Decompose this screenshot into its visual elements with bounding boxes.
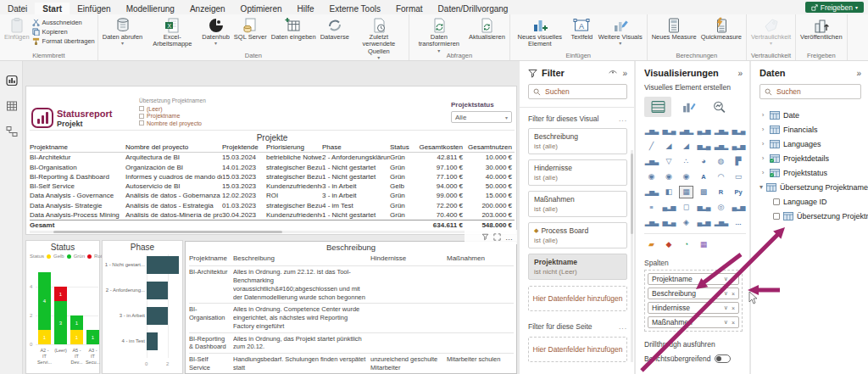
python-visual-icon[interactable]: Py bbox=[732, 186, 746, 198]
filter-card-projektname[interactable]: Projektnameist nicht (Leer) bbox=[528, 254, 627, 280]
collapse-pane-icon[interactable]: » bbox=[622, 69, 627, 78]
decomposition-tree-icon[interactable]: ≡ bbox=[644, 201, 659, 214]
table-item-projektdetails[interactable]: ›Projektdetails bbox=[760, 151, 861, 165]
smart-narrative-icon[interactable]: ▅▂▄ bbox=[697, 201, 711, 214]
field-item-übersetzung-projektnamen[interactable]: Übersetzung Projektnamen bbox=[760, 209, 861, 223]
chevron-right-icon[interactable]: › bbox=[760, 126, 766, 133]
collapse-pane-icon[interactable]: » bbox=[856, 69, 861, 78]
table-row[interactable]: Data Analysis-Process MiningAnálisis de … bbox=[30, 210, 515, 220]
focus-mode-icon[interactable] bbox=[493, 233, 501, 241]
tab-externe-tools[interactable]: Externe Tools bbox=[322, 3, 388, 14]
quickmeasure-button[interactable]: Quickmeasure bbox=[699, 16, 743, 51]
sql-server-button[interactable]: SQL Server bbox=[232, 16, 269, 51]
custom-visual-2-icon[interactable]: ◆ bbox=[662, 238, 676, 251]
area-chart-icon[interactable]: ◢ bbox=[662, 140, 676, 153]
tab-datei[interactable]: Datei bbox=[0, 3, 35, 14]
tab-build-visual[interactable] bbox=[644, 97, 671, 117]
field-pill-beschreibung[interactable]: Beschreibung∨× bbox=[648, 287, 739, 299]
column-header-gesamtkosten[interactable]: Gesamtkosten bbox=[414, 142, 465, 152]
paginated-report-icon[interactable]: ▄▂▅ bbox=[732, 201, 746, 214]
phase-bar[interactable] bbox=[147, 256, 179, 274]
stacked-bar-chart-icon[interactable]: ▂▅▃ bbox=[644, 125, 659, 137]
chevron-right-icon[interactable]: › bbox=[760, 169, 766, 176]
field-pill-hindernisse[interactable]: Hindernisse∨× bbox=[648, 302, 739, 314]
pie-chart-icon[interactable]: ◕ bbox=[697, 155, 711, 168]
filter-card-beschreibung[interactable]: Beschreibungist (alle) bbox=[528, 128, 627, 154]
key-influencers-icon[interactable]: ▄▂▅ bbox=[662, 201, 676, 214]
table-row[interactable]: BI-OrganisationOrganización de BI14.01.2… bbox=[30, 163, 515, 172]
field-pill-maßnahmen[interactable]: Maßnahmen∨× bbox=[648, 316, 739, 328]
daten-abrufen-button[interactable]: Daten abrufen▾ bbox=[101, 16, 145, 51]
chevron-down-icon[interactable]: ∨ bbox=[724, 276, 728, 282]
chevron-down-icon[interactable]: ∨ bbox=[724, 290, 728, 297]
filter-icon[interactable] bbox=[481, 233, 489, 241]
filled-map-icon[interactable]: ◉ bbox=[662, 170, 676, 183]
bar-segment-rot[interactable]: 1 bbox=[54, 287, 67, 301]
add-data-fields-page[interactable]: Hier Datenfelder hinzufügen bbox=[528, 337, 627, 362]
remove-field-icon[interactable]: × bbox=[732, 320, 735, 326]
azure-map-icon[interactable]: A bbox=[697, 170, 711, 183]
tab-anzeigen[interactable]: Anzeigen bbox=[182, 3, 233, 14]
daten-transformieren-button[interactable]: Daten transformieren▾ bbox=[412, 16, 466, 51]
field-pill-projektname[interactable]: Projektname∨× bbox=[648, 273, 739, 285]
chevron-right-icon[interactable]: › bbox=[760, 111, 766, 119]
qa-visual-icon[interactable]: ◻ bbox=[679, 201, 693, 214]
goals-icon[interactable]: ◎ bbox=[714, 201, 728, 214]
tab-format[interactable]: Format bbox=[388, 3, 431, 14]
dataverse-button[interactable]: Dataverse bbox=[319, 16, 351, 51]
weitere-visuals-button[interactable]: Weitere Visuals▾ bbox=[597, 16, 644, 51]
table-row[interactable]: Data Analysis- StrategieAnálisis de dato… bbox=[30, 201, 515, 210]
waterfall-chart-icon[interactable]: ▂▅▃ bbox=[644, 155, 659, 168]
treemap-icon[interactable]: ▛ bbox=[732, 155, 746, 168]
checkbox-icon[interactable] bbox=[773, 198, 780, 205]
einfügen-button[interactable]: Einfügen bbox=[3, 16, 31, 51]
kpi-icon[interactable]: ◧ bbox=[662, 186, 676, 198]
chevron-right-icon[interactable]: › bbox=[760, 154, 766, 162]
bar-segment-gelb[interactable]: 1 bbox=[38, 330, 51, 344]
kopieren-button[interactable]: Kopieren bbox=[32, 28, 95, 36]
status-chart[interactable]: Status StatusGelbGrünRot 02414A2 -ITServ… bbox=[25, 240, 100, 374]
map-icon[interactable]: ◉ bbox=[644, 170, 659, 183]
bar-segment-grün[interactable]: 1 bbox=[70, 315, 83, 330]
card-icon[interactable]: ▭ bbox=[732, 170, 746, 183]
column-header-nombre-del-proyecto[interactable]: Nombre del proyecto bbox=[125, 142, 222, 152]
gauge-icon[interactable]: ◠ bbox=[714, 170, 728, 183]
shape-map-icon[interactable]: ◉ bbox=[679, 170, 693, 183]
more-options-icon[interactable]: … bbox=[505, 235, 514, 240]
tab-einfügen[interactable]: Einfügen bbox=[70, 3, 118, 14]
share-button[interactable]: Freigeben ▾ bbox=[805, 2, 864, 13]
line-and-clustered-column-chart-icon[interactable]: ▃▅▂ bbox=[714, 140, 728, 153]
datenhub-button[interactable]: Datenhub▾ bbox=[200, 16, 231, 51]
table-row[interactable]: BI-Self ServiceAutoservicio de BI15.03.2… bbox=[30, 181, 515, 191]
scatter-chart-icon[interactable]: ∴ bbox=[679, 155, 693, 168]
eye-icon[interactable] bbox=[608, 70, 618, 76]
bar-segment-grün[interactable]: 3 bbox=[54, 301, 67, 344]
beschreibung-table[interactable]: Beschreibung ProjektnameBeschreibungHind… bbox=[185, 241, 517, 374]
report-view-button[interactable] bbox=[6, 75, 18, 87]
filter-card-maßnahmen[interactable]: Maßnahmenist (alle) bbox=[528, 191, 627, 217]
tab-modellierung[interactable]: Modellierung bbox=[119, 3, 182, 14]
r-script-visual-icon[interactable]: R bbox=[714, 186, 728, 198]
clustered-column-chart-icon[interactable]: ▄▂▅ bbox=[697, 125, 711, 137]
field-item-language-id[interactable]: Language ID bbox=[760, 194, 861, 209]
slicer-option--leer-[interactable]: (Leer) bbox=[139, 105, 206, 113]
zuletzt-verwendete-quellen-button[interactable]: Zuletzt verwendete Quellen▾ bbox=[352, 16, 406, 51]
matrix-icon[interactable]: ▩ bbox=[697, 186, 711, 198]
column-header-phase[interactable]: Phase bbox=[322, 142, 390, 152]
neues-measure-button[interactable]: Neues Measure bbox=[650, 16, 698, 51]
projektstatus-dropdown[interactable]: Alle ▾ bbox=[451, 111, 512, 123]
bar-segment-grün[interactable]: 4 bbox=[38, 272, 51, 330]
excel-arbeitsmappe-button[interactable]: XExcel-Arbeitsmappe bbox=[145, 16, 199, 51]
slicer-option-projektname[interactable]: Projektname bbox=[139, 113, 206, 120]
bar-segment-gelb[interactable]: 1 bbox=[70, 330, 83, 344]
table-row[interactable]: Data Analysis - GovernanceAnálisis de da… bbox=[30, 191, 515, 200]
custom-visual-1-icon[interactable]: ▰ bbox=[644, 238, 659, 251]
multi-row-card-icon[interactable]: ▂▅▃ bbox=[644, 186, 659, 198]
table-row[interactable]: BI-ArchitekturArquitectura de BI15.03.20… bbox=[30, 153, 515, 162]
chevron-down-icon[interactable]: ▾ bbox=[760, 183, 763, 191]
table-item-financials[interactable]: ›Financials bbox=[760, 122, 861, 137]
more-visuals-icon[interactable]: … bbox=[732, 216, 746, 229]
process-board-icon[interactable]: ◈ bbox=[679, 216, 693, 229]
remove-field-icon[interactable]: × bbox=[732, 291, 735, 297]
chevron-down-icon[interactable]: ∨ bbox=[724, 304, 728, 311]
